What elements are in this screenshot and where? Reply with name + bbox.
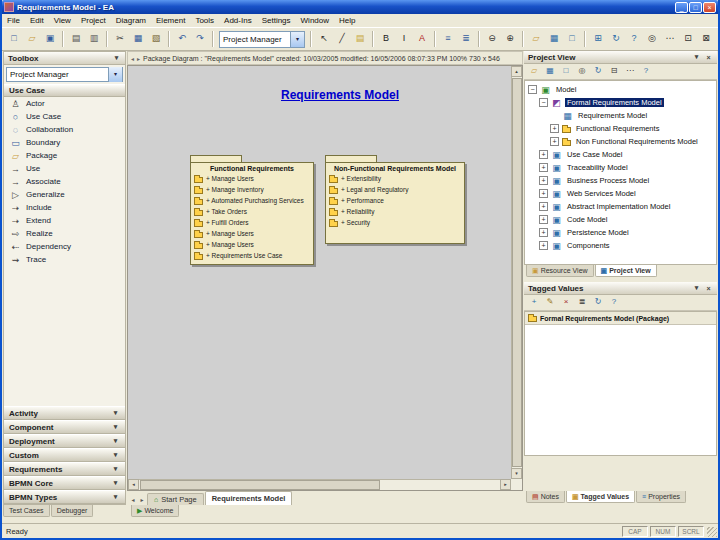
maximize-button[interactable]: □ [689,2,702,13]
tree-node-use-case-model[interactable]: +▣Use Case Model [525,148,716,161]
toolbox-item-associate[interactable]: →Associate [4,175,125,188]
sort-tags-icon[interactable]: ≣ [575,296,589,309]
menu-element[interactable]: Element [151,14,190,27]
scroll-down-icon[interactable]: ▾ [511,468,522,479]
menu-project[interactable]: Project [76,14,111,27]
window-manager-icon[interactable]: ⊡ [680,31,696,47]
tagged-values-menu-icon[interactable]: ▾ [692,284,701,292]
vertical-scroll-thumb[interactable] [512,78,522,467]
bold-icon[interactable]: B [378,31,394,47]
align-left-icon[interactable]: ≡ [440,31,456,47]
tree-node-model[interactable]: −▣Model [525,83,716,96]
tagged-values-close-icon[interactable]: × [704,285,713,292]
print-preview-icon[interactable]: ▥ [86,31,102,47]
save-icon[interactable]: ▣ [42,31,58,47]
note-icon[interactable]: ▤ [352,31,368,47]
combo-arrow-icon[interactable]: ▾ [290,32,304,47]
toolbox-item-realize[interactable]: ⇨Realize [4,227,125,240]
refresh-view-icon[interactable]: ↻ [591,65,605,78]
toolbox-section-deployment[interactable]: Deployment▾ [4,434,125,448]
toolbox-item-boundary[interactable]: ▭Boundary [4,136,125,149]
open-file-icon[interactable]: ▱ [24,31,40,47]
browser-options-icon[interactable]: ⋯ [623,65,637,78]
toolbox-item-collaboration[interactable]: ◌Collaboration [4,123,125,136]
project-manager-combo[interactable]: Project Manager▾ [219,31,305,48]
minimize-button[interactable]: _ [675,2,688,13]
tree-expander-icon[interactable]: + [539,189,548,198]
tree-expander-icon[interactable]: + [539,163,548,172]
bottom-tab-test-cases[interactable]: Test Cases [3,505,50,517]
zoom-in-icon[interactable]: ⊕ [502,31,518,47]
package-item[interactable]: + Manage Inventory [194,184,310,195]
print-icon[interactable]: ▤ [68,31,84,47]
toolbox-item-package[interactable]: ▱Package [4,149,125,162]
toolbox-section-use-case[interactable]: Use Case [4,84,125,97]
new-document-icon[interactable]: □ [6,31,22,47]
toolbox-section-bpmn-types[interactable]: BPMN Types▾ [4,490,125,504]
project-tree-icon[interactable]: ⊞ [590,31,606,47]
package-item[interactable]: + Manage Users [194,173,310,184]
new-package-icon[interactable]: ▱ [527,65,541,78]
new-package-icon[interactable]: ▱ [528,31,544,47]
tree-node-non-functional-requirements-model[interactable]: +Non Functional Requirements Model [525,135,716,148]
menu-view[interactable]: View [49,14,76,27]
draw-line-icon[interactable]: ╱ [334,31,350,47]
close-button[interactable]: × [703,2,716,13]
new-element-icon[interactable]: □ [564,31,580,47]
tree-node-formal-requirements-model[interactable]: −◩Formal Requirements Model [525,96,716,109]
toolbox-item-actor[interactable]: ♙Actor [4,97,125,110]
find-in-browser-icon[interactable]: ◎ [575,65,589,78]
scroll-up-icon[interactable]: ▴ [511,66,522,77]
tree-node-business-process-model[interactable]: +▣Business Process Model [525,174,716,187]
help-icon[interactable]: ? [607,296,621,309]
menu-settings[interactable]: Settings [257,14,296,27]
cut-icon[interactable]: ✂ [112,31,128,47]
help-icon[interactable]: ? [639,65,653,78]
pointer-icon[interactable]: ↖ [316,31,332,47]
bottom-tab-welcome[interactable]: ▶Welcome [131,505,179,517]
diagram-canvas[interactable]: Requirements Model ▴ ▾ ◂ ▸ Functional Re… [127,65,523,491]
tab-scroll-left-icon[interactable]: ◂ [129,496,137,505]
tree-expander-icon[interactable]: + [539,150,548,159]
tree-node-web-services-model[interactable]: +▣Web Services Model [525,187,716,200]
fullscreen-icon[interactable]: ⊠ [698,31,714,47]
diagram-tab-requirements-model[interactable]: Requirements Model [205,491,293,505]
tree-expander-icon[interactable]: − [539,98,548,107]
paste-icon[interactable]: ▧ [148,31,164,47]
panel-tab-tagged-values[interactable]: ▣Tagged Values [566,491,635,503]
toolbox-item-include[interactable]: ⇢Include [4,201,125,214]
collapse-all-icon[interactable]: ⊟ [607,65,621,78]
tree-node-functional-requirements[interactable]: +Functional Requirements [525,122,716,135]
tree-expander-icon[interactable]: + [539,228,548,237]
new-tagged-value-icon[interactable]: + [527,296,541,309]
package-item[interactable]: + Automated Purchasing Services [194,195,310,206]
bullet-list-icon[interactable]: ≣ [458,31,474,47]
scroll-right-icon[interactable]: ▸ [500,479,511,490]
panel-tab-notes[interactable]: ▤Notes [526,491,565,503]
chevron-down-icon[interactable]: ▾ [108,67,122,82]
package-item[interactable]: + Reliability [329,206,461,217]
package-item[interactable]: + Manage Users [194,239,310,250]
tree-node-code-model[interactable]: +▣Code Model [525,213,716,226]
tree-expander-icon[interactable]: + [539,176,548,185]
toolbox-combo[interactable]: Project Manager ▾ [6,67,123,82]
toolbox-menu-arrow-icon[interactable]: ▾ [112,54,121,62]
toolbox-item-dependency[interactable]: ⇠Dependency [4,240,125,253]
canvas-vertical-scrollbar[interactable]: ▴ ▾ [511,66,522,479]
package-item[interactable]: + Take Orders [194,206,310,217]
package-item[interactable]: + Manage Users [194,228,310,239]
project-view-close-icon[interactable]: × [704,54,713,61]
toolbox-section-requirements[interactable]: Requirements▾ [4,462,125,476]
toolbox-item-use[interactable]: →Use [4,162,125,175]
package-item[interactable]: + Requirements Use Case [194,250,310,261]
horizontal-scroll-thumb[interactable] [140,480,380,490]
tree-node-persistence-model[interactable]: +▣Persistence Model [525,226,716,239]
toolbox-item-generalize[interactable]: ▷Generalize [4,188,125,201]
copy-icon[interactable]: ▦ [130,31,146,47]
package-functional-requirements[interactable]: Functional Requirements+ Manage Users+ M… [190,155,314,265]
diagram-tab-start-page[interactable]: ⌂Start Page [147,493,204,505]
tree-node-traceability-model[interactable]: +▣Traceability Model [525,161,716,174]
package-non-functional-requirements-model[interactable]: Non-Functional Requirements Model+ Exten… [325,155,465,244]
package-item[interactable]: + Legal and Regulatory [329,184,461,195]
font-color-icon[interactable]: A [414,31,430,47]
